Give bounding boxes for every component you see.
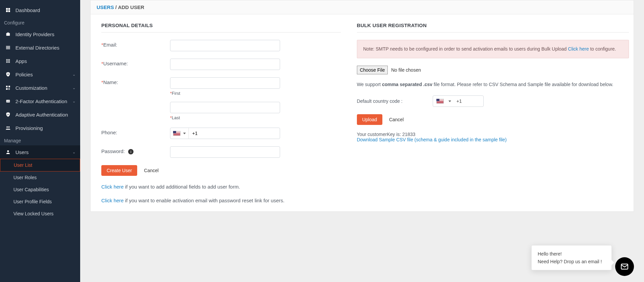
breadcrumb-sep: / xyxy=(114,4,118,10)
label-username: *Username: xyxy=(101,59,170,66)
info-icon[interactable]: i xyxy=(128,149,133,154)
input-last-name[interactable] xyxy=(170,102,280,113)
sidebar-item-label: Users xyxy=(15,149,29,155)
alert-suffix: to configure. xyxy=(589,46,616,52)
sidebar-item-label: Policies xyxy=(15,72,33,77)
sidebar-item-dashboard[interactable]: Dashboard xyxy=(0,3,80,17)
cancel-button-left[interactable]: Cancel xyxy=(139,165,164,176)
sidebar-item-label: Identity Providers xyxy=(15,31,54,37)
chevron-down-icon: ⌄ xyxy=(72,72,75,77)
country-code-selector[interactable]: +1 xyxy=(433,95,484,107)
support-prefix: We support xyxy=(357,82,382,87)
chat-line2: Need Help? Drop us an email ! xyxy=(538,258,605,265)
svg-rect-15 xyxy=(9,62,10,63)
sublabel-last: *Last xyxy=(170,115,341,120)
divider xyxy=(357,32,629,32)
input-first-name[interactable] xyxy=(170,77,280,89)
sidebar-item-users[interactable]: Users ⌄ xyxy=(0,145,80,159)
input-email[interactable] xyxy=(170,40,280,51)
chat-bubble: Hello there! Need Help? Drop us an email… xyxy=(531,245,612,270)
cancel-button-right[interactable]: Cancel xyxy=(384,114,409,125)
download-sample-link[interactable]: Download Sample CSV file (schema & guide… xyxy=(357,137,507,142)
svg-rect-3 xyxy=(8,10,10,12)
divider xyxy=(101,32,341,32)
sidebar-subitem-user-list[interactable]: User List xyxy=(0,159,80,171)
svg-rect-8 xyxy=(8,59,9,60)
upload-button[interactable]: Upload xyxy=(357,114,382,125)
svg-rect-1 xyxy=(8,8,10,10)
svg-point-16 xyxy=(7,74,8,75)
choose-file-button[interactable]: Choose File xyxy=(357,66,388,74)
sidebar-item-provisioning[interactable]: Provisioning xyxy=(0,121,80,135)
sidebar-item-identity-providers[interactable]: Identity Providers xyxy=(0,27,80,41)
sidebar-item-external-directories[interactable]: External Directories xyxy=(0,41,80,54)
sublabel-first: *First xyxy=(170,91,341,96)
label-name: *Name: xyxy=(101,77,170,85)
user-icon xyxy=(5,149,11,155)
personal-details-section: PERSONAL DETAILS *Email: *Username: *Nam… xyxy=(95,22,347,203)
row-username: *Username: xyxy=(101,59,341,70)
svg-rect-13 xyxy=(6,62,7,63)
people-icon xyxy=(5,125,11,131)
support-suffix: file format. Please refer to CSV Schema … xyxy=(432,82,613,87)
row-email: *Email: xyxy=(101,40,341,51)
svg-rect-9 xyxy=(9,59,10,60)
svg-rect-10 xyxy=(6,61,7,62)
svg-point-22 xyxy=(6,126,8,128)
us-flag-icon xyxy=(436,99,444,103)
hint-additional-fields: Click here if you want to add additional… xyxy=(101,184,341,190)
customer-key-label: Your customerKey is: xyxy=(357,132,402,137)
chat-line1: Hello there! xyxy=(538,250,605,258)
country-code-row: Default country code : +1 xyxy=(357,95,629,107)
breadcrumb-users-link[interactable]: USERS xyxy=(97,4,114,10)
mail-icon xyxy=(620,262,629,271)
svg-point-24 xyxy=(7,150,9,152)
caret-down-icon xyxy=(448,100,451,102)
chat-launcher-button[interactable] xyxy=(615,257,634,276)
briefcase-icon xyxy=(5,31,11,38)
alert-prefix: Note: SMTP needs to be configured in ord… xyxy=(363,46,568,52)
dashboard-icon xyxy=(5,7,11,13)
csv-support-note: We support comma separated .csv file for… xyxy=(357,81,629,88)
svg-rect-17 xyxy=(6,86,8,87)
svg-rect-12 xyxy=(9,61,10,62)
input-username[interactable] xyxy=(170,59,280,70)
customer-key-line: Your customerKey is: 21833 xyxy=(357,132,629,137)
shield-check-icon xyxy=(5,111,11,118)
sidebar-item-two-factor[interactable]: 123 2-Factor Authentication ⌄ xyxy=(0,94,80,108)
svg-rect-7 xyxy=(6,59,7,60)
sidebar-item-adaptive[interactable]: Adaptive Authentication xyxy=(0,108,80,121)
chat-arrow-icon xyxy=(611,260,614,265)
chevron-down-icon: ⌄ xyxy=(72,150,75,154)
label-password: Password: i xyxy=(101,146,170,154)
action-row: Create User Cancel xyxy=(101,165,341,176)
label-default-country: Default country code : xyxy=(357,98,402,104)
input-password[interactable] xyxy=(170,146,280,158)
phone-country-selector[interactable] xyxy=(170,128,189,139)
sidebar-subitem-user-roles[interactable]: User Roles xyxy=(0,171,80,184)
hint1-link[interactable]: Click here xyxy=(101,184,124,190)
sidebar-subitem-view-locked-users[interactable]: View Locked Users xyxy=(0,208,80,220)
sidebar-section-manage: Manage xyxy=(0,135,80,145)
sidebar-subitem-user-capabilities[interactable]: User Capabilities xyxy=(0,184,80,196)
svg-rect-19 xyxy=(6,88,8,90)
create-user-button[interactable]: Create User xyxy=(101,165,137,176)
input-phone[interactable] xyxy=(189,128,280,139)
breadcrumb: USERS / ADD USER xyxy=(91,0,634,14)
sidebar-item-label: Dashboard xyxy=(15,7,40,13)
sidebar-item-customization[interactable]: Customization ⌄ xyxy=(0,81,80,94)
label-email: *Email: xyxy=(101,40,170,48)
support-strong: comma separated .csv xyxy=(382,82,432,87)
hint2-link[interactable]: Click here xyxy=(101,198,124,203)
svg-rect-14 xyxy=(8,62,9,63)
row-password: Password: i xyxy=(101,146,341,158)
breadcrumb-current: ADD USER xyxy=(118,4,144,10)
alert-link[interactable]: Click here xyxy=(568,46,589,52)
label-phone: Phone: xyxy=(101,128,170,135)
row-name: *Name: *First *Last xyxy=(101,77,341,120)
sidebar-item-policies[interactable]: Policies ⌄ xyxy=(0,68,80,81)
sidebar-subitem-user-profile-fields[interactable]: User Profile Fields xyxy=(0,196,80,208)
caret-down-icon xyxy=(183,133,186,134)
smtp-alert: Note: SMTP needs to be configured in ord… xyxy=(357,40,629,58)
sidebar-item-apps[interactable]: Apps xyxy=(0,54,80,68)
